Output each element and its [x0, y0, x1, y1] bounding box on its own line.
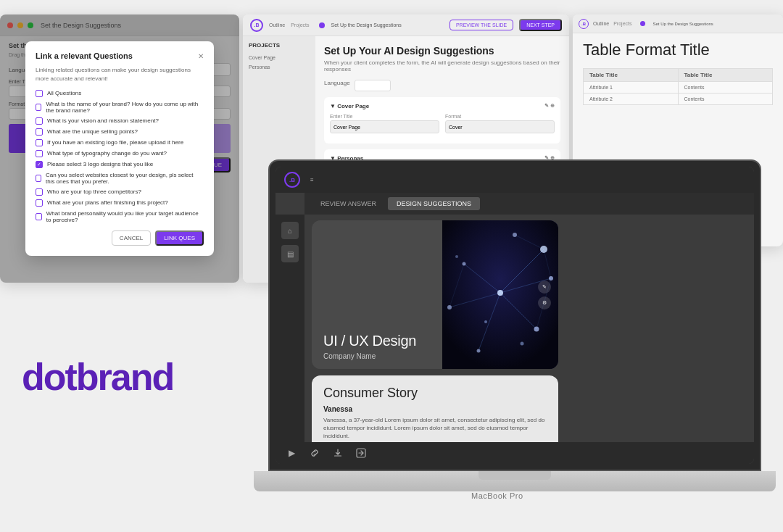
center-field-label-format: Format: [445, 114, 555, 119]
dotbrand-logo: dotbrand: [22, 355, 173, 399]
center-lang-input[interactable]: [355, 80, 391, 91]
modal-checkbox-4[interactable]: [36, 139, 43, 146]
center-field-enter-title: Enter Title Cover Page: [330, 114, 439, 133]
modal-overlay: Link a relevant Questions ✕ Linking rela…: [0, 14, 239, 283]
center-input-title[interactable]: Cover Page: [330, 120, 439, 133]
center-field-label-title: Enter Title: [330, 114, 439, 119]
hero-edit-settings-icon[interactable]: ⚙: [538, 296, 551, 309]
modal-item-4: If you have an existing logo file, pleas…: [36, 139, 204, 146]
action-play-button[interactable]: ▶: [284, 446, 299, 460]
modal-item-8: Who are your top three competitors?: [36, 188, 204, 196]
modal-checkbox-3[interactable]: [36, 128, 43, 136]
hero-edit-icons: ✎ ⚙: [538, 280, 551, 309]
format-table-cell-2-2: Contents: [678, 93, 773, 105]
modal-item-text-9: What are your plans after finishing this…: [47, 199, 168, 206]
center-step-indicator: [319, 22, 325, 28]
center-field-format: Format Cover: [445, 114, 555, 133]
format-table-cell-1-1: Attribute 1: [584, 82, 679, 93]
hero-text-area: UI / UX Design Company Name: [312, 323, 447, 369]
sidebar-icon-home[interactable]: ⌂: [281, 222, 299, 239]
center-input-format[interactable]: Cover: [445, 120, 555, 133]
center-cover-section: ▼ Cover Page ✎ ⊕ Enter Title Cover Page …: [324, 97, 560, 144]
right-step-label: Set Up the Design Suggestions: [652, 22, 777, 26]
right-nav-projects[interactable]: Projects: [613, 21, 631, 26]
hero-card: UI / UX Design Company Name ✎ ⚙: [312, 220, 558, 369]
modal-item-6: ✓ Please select 3 logo designs that you …: [36, 161, 204, 168]
hero-company-name: Company Name: [323, 352, 436, 360]
tab-review-answer[interactable]: REVIEW ANSWER: [312, 197, 385, 210]
modal-item-text-10: What brand personality would you like yo…: [46, 210, 204, 223]
laptop-screen-outer: .B ≡ REVIEW ANSWER DESIGN SUGGESTIONS ⌂ …: [268, 159, 761, 471]
story-author: Vanessa: [323, 405, 547, 413]
modal-checkbox-5[interactable]: [36, 150, 43, 157]
bg-window-questionnaire: Set the Design Suggestions Set the Desig…: [0, 14, 239, 283]
action-bar: ▶: [276, 442, 754, 464]
story-title: Consumer Story: [323, 386, 547, 401]
modal-checkbox-7[interactable]: [36, 175, 41, 182]
right-logo: .B: [579, 19, 589, 29]
tab-bar: REVIEW ANSWER DESIGN SUGGESTIONS: [304, 193, 754, 215]
modal-checkbox-0[interactable]: [36, 90, 43, 97]
app-header: .B ≡: [276, 167, 754, 193]
table-format-title: Table Format Title: [583, 41, 773, 59]
center-nav-outline[interactable]: Outline: [269, 22, 285, 28]
format-table-row-1: Attribute 1 Contents: [584, 82, 773, 93]
sidebar-icon-projects[interactable]: ▤: [281, 245, 299, 262]
center-nav-projects[interactable]: Projects: [291, 22, 309, 28]
action-download-button[interactable]: [331, 446, 345, 460]
center-lang-label: Language: [324, 80, 350, 91]
screen-content: .B ≡ REVIEW ANSWER DESIGN SUGGESTIONS ⌂ …: [276, 167, 754, 464]
modal-item-text-7: Can you select websites closest to your …: [46, 172, 204, 185]
download-icon: [333, 448, 343, 458]
header-hamburger-icon[interactable]: ≡: [310, 177, 314, 183]
modal-item-0: All Questions: [36, 90, 204, 97]
right-nav-outline[interactable]: Outline: [593, 21, 609, 26]
share-icon: [356, 448, 366, 458]
svg-point-11: [497, 290, 503, 296]
center-section-cover-title: ▼ Cover Page ✎ ⊕: [330, 103, 555, 109]
next-button-center[interactable]: NEXT STEP: [519, 19, 562, 31]
svg-point-19: [484, 320, 487, 323]
modal-checkbox-6[interactable]: ✓: [36, 161, 43, 168]
format-table-col-2: Table Title: [678, 69, 773, 82]
modal-title: Link a relevant Questions: [36, 51, 133, 60]
story-text: Vanessa, a 37-year-old Lorem ipsum dolor…: [323, 416, 547, 441]
tab-design-suggestions[interactable]: DESIGN SUGGESTIONS: [388, 197, 480, 210]
svg-point-21: [455, 255, 458, 258]
modal-item-text-1: What is the name of your brand? How do y…: [46, 101, 204, 114]
modal-cancel-button[interactable]: CANCEL: [112, 230, 151, 246]
modal-checkbox-8[interactable]: [36, 188, 43, 196]
svg-point-15: [463, 262, 466, 266]
modal-item-text-2: What is your vision and mission statemen…: [47, 117, 159, 124]
action-link-button[interactable]: [307, 446, 322, 460]
hero-title: UI / UX Design: [323, 332, 436, 349]
modal-checkbox-10[interactable]: [36, 213, 42, 220]
center-sidebar-cover[interactable]: Cover Page: [249, 53, 310, 62]
modal-item-7: Can you select websites closest to your …: [36, 172, 204, 185]
modal-confirm-button[interactable]: LINK QUES: [155, 230, 204, 246]
svg-point-16: [447, 305, 452, 309]
modal-item-2: What is your vision and mission statemen…: [36, 117, 204, 125]
laptop-base: [254, 471, 776, 491]
action-share-button[interactable]: [354, 446, 368, 460]
right-win-header: .B Outline Projects Set Up the Design Su…: [573, 14, 783, 33]
modal-description: Linking related questions can make your …: [36, 66, 204, 82]
preview-button-center[interactable]: PREVIEW THE SLIDE: [450, 20, 513, 30]
center-sidebar-personas[interactable]: Personas: [249, 62, 310, 72]
format-table-cell-2-1: Attribute 2: [584, 93, 679, 105]
modal-header: Link a relevant Questions ✕: [36, 51, 204, 60]
modal-item-text-6: Please select 3 logo designs that you li…: [47, 161, 153, 167]
center-page-subtitle: When your client completes the form, the…: [324, 59, 560, 72]
hero-edit-pencil-icon[interactable]: ✎: [538, 280, 551, 294]
modal-close-button[interactable]: ✕: [198, 52, 204, 60]
laptop-screen-inner: .B ≡ REVIEW ANSWER DESIGN SUGGESTIONS ⌂ …: [276, 167, 754, 464]
modal-checkbox-1[interactable]: [36, 104, 41, 111]
format-table-row-2: Attribute 2 Contents: [584, 93, 773, 105]
format-table-col-1: Table Title: [584, 69, 679, 82]
modal-checkbox-9[interactable]: [36, 199, 43, 207]
svg-point-12: [540, 246, 547, 253]
table-format-area: Table Format Title Table Title Table Tit…: [573, 33, 783, 112]
screen-body: ⌂ ▤: [276, 215, 754, 464]
modal-item-text-4: If you have an existing logo file, pleas…: [47, 139, 183, 146]
modal-checkbox-2[interactable]: [36, 117, 43, 125]
